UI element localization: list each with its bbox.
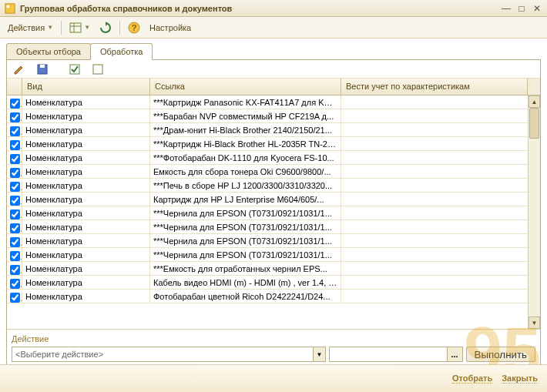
vertical-scrollbar[interactable]: ▲ ▼ <box>528 95 540 329</box>
tab-content: Вид Ссылка Вести учет по характеристикам… <box>6 59 541 366</box>
svg-rect-9 <box>40 65 45 68</box>
select-link[interactable]: Отобрать <box>452 374 492 384</box>
scroll-track[interactable] <box>529 108 540 317</box>
table-row[interactable]: Номенклатура***Чернила для EPSON (T0731/… <box>7 248 540 262</box>
titlebar: Групповая обработка справочников и докум… <box>0 0 547 17</box>
tab-processing[interactable]: Обработка <box>90 43 153 60</box>
action-value-input[interactable] <box>330 347 447 361</box>
row-type: Номенклатура <box>22 151 150 164</box>
settings-link[interactable]: Настройка <box>146 22 194 34</box>
table-row[interactable]: НоменклатураФотобарабан цветной Ricoh D2… <box>7 290 540 303</box>
refresh-button[interactable] <box>96 20 115 35</box>
help-button[interactable]: ? <box>125 20 143 35</box>
row-checkbox-cell <box>7 276 22 289</box>
separator <box>61 21 62 35</box>
row-checkbox[interactable] <box>10 293 20 303</box>
grid-toolbar <box>7 60 540 79</box>
grid-header: Вид Ссылка Вести учет по характеристикам <box>7 79 540 95</box>
diskette-icon <box>36 63 49 75</box>
row-checkbox[interactable] <box>10 112 20 122</box>
row-accounting <box>341 123 540 136</box>
row-link: ***Картридж Panasonic KX-FAT411A7 для KX… <box>150 95 341 109</box>
settings-label: Настройка <box>149 23 191 32</box>
grid-body: Номенклатура***Картридж Panasonic KX-FAT… <box>7 95 540 329</box>
table-row[interactable]: Номенклатура***Емкость для отработанных … <box>7 262 540 276</box>
row-checkbox[interactable] <box>10 237 20 247</box>
row-checkbox[interactable] <box>10 99 20 109</box>
row-accounting <box>341 137 540 150</box>
maximize-button[interactable]: □ <box>516 3 527 14</box>
row-link: ***Чернила для EPSON (T0731/0921/1031/1.… <box>150 220 341 233</box>
table-row[interactable]: Номенклатура***Печь в сборе HP LJ 1200/3… <box>7 179 540 193</box>
chevron-down-icon: ▼ <box>84 24 90 31</box>
action-combobox[interactable]: <Выберите действие> ▼ <box>12 347 326 362</box>
uncheck-all-button[interactable] <box>89 62 107 77</box>
scroll-thumb[interactable] <box>529 108 539 139</box>
action-section: Действие <Выберите действие> ▼ ... Выпол… <box>7 329 540 365</box>
svg-text:?: ? <box>132 23 137 32</box>
row-link: ***Печь в сборе HP LJ 1200/3300/3310/332… <box>150 179 341 192</box>
form-settings-button[interactable]: ▼ <box>66 20 93 35</box>
table-row[interactable]: НоменклатураКабель видео HDMI (m) - HDMI… <box>7 276 540 290</box>
minimize-button[interactable]: — <box>501 3 512 14</box>
row-checkbox[interactable] <box>10 223 20 233</box>
table-row[interactable]: Номенклатура***Чернила для EPSON (T0731/… <box>7 234 540 248</box>
action-value-field[interactable]: ... <box>329 347 463 362</box>
row-checkbox-cell <box>7 262 22 275</box>
row-link: Кабель видео HDMI (m) - HDMI (m) , ver 1… <box>150 276 341 289</box>
table-row[interactable]: НоменклатураКартридж для HP LJ Enterpris… <box>7 193 540 206</box>
row-type: Номенклатура <box>22 95 150 109</box>
actions-menu[interactable]: Действия ▼ <box>5 22 56 34</box>
table-row[interactable]: Номенклатура***Барабан NVP совместимый H… <box>7 109 540 123</box>
row-type: Номенклатура <box>22 206 150 219</box>
edit-button[interactable] <box>10 62 29 77</box>
tabstrip: Объекты отбора Обработка <box>0 39 547 59</box>
pencil-icon <box>13 63 25 75</box>
close-link[interactable]: Закрыть <box>502 374 538 384</box>
row-checkbox[interactable] <box>10 140 20 150</box>
column-checkbox[interactable] <box>7 79 22 95</box>
action-section-label: Действие <box>12 333 535 347</box>
row-checkbox-cell <box>7 193 22 206</box>
row-checkbox-cell <box>7 290 22 303</box>
table-row[interactable]: Номенклатура***Чернила для EPSON (T0731/… <box>7 220 540 234</box>
row-checkbox[interactable] <box>10 154 20 164</box>
row-checkbox[interactable] <box>10 168 20 178</box>
column-type[interactable]: Вид <box>22 79 150 95</box>
row-link: ***Емкость для отработанных чернил EPS..… <box>150 262 341 275</box>
row-link: ***Драм-юнит Hi-Black Brother 2140/2150/… <box>150 123 341 136</box>
row-checkbox[interactable] <box>10 196 20 206</box>
row-checkbox-cell <box>7 206 22 219</box>
table-row[interactable]: Номенклатура***Картридж Panasonic KX-FAT… <box>7 95 540 109</box>
row-checkbox[interactable] <box>10 209 20 219</box>
check-all-button[interactable] <box>65 62 84 77</box>
column-accounting[interactable]: Вести учет по характеристикам <box>341 79 528 95</box>
row-checkbox-cell <box>7 137 22 150</box>
scroll-down-button[interactable]: ▼ <box>529 317 540 329</box>
save-button[interactable] <box>33 62 52 77</box>
row-checkbox[interactable] <box>10 251 20 261</box>
row-accounting <box>341 179 540 192</box>
table-row[interactable]: НоменклатураЕмкость для сбора тонера Oki… <box>7 165 540 179</box>
row-checkbox[interactable] <box>10 279 20 289</box>
table-row[interactable]: Номенклатура***Фотобарабан DK-1110 для K… <box>7 151 540 165</box>
browse-button[interactable]: ... <box>447 347 462 361</box>
row-checkbox[interactable] <box>10 265 20 275</box>
column-link[interactable]: Ссылка <box>150 79 341 95</box>
row-link: ***Барабан NVP совместимый HP CF219A д..… <box>150 109 341 122</box>
row-checkbox-cell <box>7 248 22 261</box>
chevron-down-icon[interactable]: ▼ <box>313 347 325 361</box>
close-button[interactable]: ✕ <box>532 3 542 14</box>
row-checkbox-cell <box>7 123 22 136</box>
scrollbar-header <box>528 79 540 95</box>
execute-button[interactable]: Выполнить <box>466 347 535 362</box>
tab-selection[interactable]: Объекты отбора <box>6 43 91 59</box>
table-row[interactable]: Номенклатура***Картридж Hi-Black Brother… <box>7 137 540 151</box>
table-row[interactable]: Номенклатура***Чернила для EPSON (T0731/… <box>7 206 540 220</box>
scroll-up-button[interactable]: ▲ <box>529 95 540 108</box>
row-type: Номенклатура <box>22 179 150 192</box>
row-accounting <box>341 165 540 178</box>
row-checkbox[interactable] <box>10 182 20 192</box>
row-checkbox[interactable] <box>10 126 20 136</box>
table-row[interactable]: Номенклатура***Драм-юнит Hi-Black Brothe… <box>7 123 540 137</box>
